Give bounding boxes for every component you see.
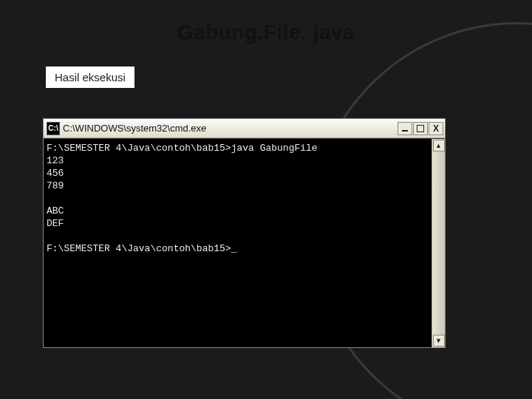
console-output: F:\SEMESTER 4\Java\contoh\bab15>java Gab…	[44, 139, 432, 347]
minimize-button[interactable]	[398, 122, 412, 135]
titlebar[interactable]: C:\ C:\WINDOWS\system32\cmd.exe X	[44, 119, 445, 138]
vertical-scrollbar[interactable]: ▲ ▼	[432, 139, 445, 347]
label-hasil-eksekusi: Hasil eksekusi	[46, 66, 134, 88]
scroll-down-button[interactable]: ▼	[433, 335, 445, 347]
scroll-up-button[interactable]: ▲	[433, 140, 445, 151]
close-button[interactable]: X	[429, 122, 443, 135]
window-title: C:\WINDOWS\system32\cmd.exe	[63, 123, 398, 134]
cmd-body: F:\SEMESTER 4\Java\contoh\bab15>java Gab…	[44, 138, 445, 347]
maximize-button[interactable]	[413, 122, 428, 135]
cmd-icon: C:\	[47, 122, 60, 135]
window-control-buttons: X	[398, 122, 443, 135]
cmd-window: C:\ C:\WINDOWS\system32\cmd.exe X F:\SEM…	[43, 118, 446, 348]
slide-title: Gabung.File. java	[0, 21, 532, 44]
